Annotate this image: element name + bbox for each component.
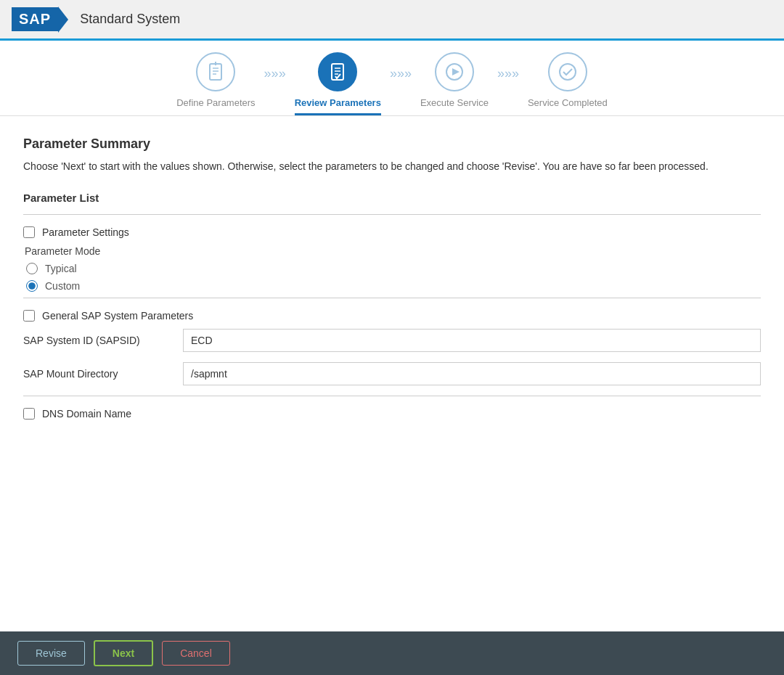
step-review-parameters[interactable]: Review Parameters <box>295 52 381 115</box>
radio-custom[interactable] <box>26 280 38 292</box>
revise-button[interactable]: Revise <box>17 641 85 666</box>
header: SAP Standard System <box>0 0 784 41</box>
step-service-completed[interactable]: Service Completed <box>528 52 608 115</box>
step-define-parameters-circle <box>196 52 235 91</box>
sap-logo-corner <box>58 7 68 33</box>
step-define-parameters-label: Define Parameters <box>176 97 255 115</box>
step-arrow-2: »»» <box>390 66 412 102</box>
field-sap-system-id-label: SAP System ID (SAPSID) <box>23 335 183 346</box>
checkbox-parameter-settings-row[interactable]: Parameter Settings <box>23 226 761 238</box>
step-execute-service[interactable]: Execute Service <box>420 52 489 115</box>
footer: Revise Next Cancel <box>0 631 784 675</box>
radio-typical-row[interactable]: Typical <box>26 263 761 274</box>
group-general-sap-params: General SAP System Parameters SAP System… <box>23 310 761 385</box>
divider-mid <box>23 298 761 298</box>
radio-typical[interactable] <box>26 263 38 274</box>
parameter-mode-label: Parameter Mode <box>25 245 761 257</box>
step-define-parameters[interactable]: Define Parameters <box>176 52 255 115</box>
radio-typical-label[interactable]: Typical <box>45 263 77 274</box>
app-title: Standard System <box>80 12 180 27</box>
step-execute-service-circle <box>435 52 474 91</box>
checkbox-dns[interactable] <box>23 408 35 420</box>
cancel-button[interactable]: Cancel <box>162 641 230 666</box>
divider-top <box>23 214 761 215</box>
field-sap-mount-dir-row: SAP Mount Directory <box>23 362 761 385</box>
param-list-title: Parameter List <box>23 192 761 204</box>
radio-custom-row[interactable]: Custom <box>26 280 761 292</box>
field-sap-system-id-row: SAP System ID (SAPSID) <box>23 329 761 352</box>
section-title: Parameter Summary <box>23 136 761 152</box>
wizard-steps: Define Parameters »»» Review Parameters … <box>0 41 784 116</box>
step-arrow-1: »»» <box>264 66 286 102</box>
step-arrow-3: »»» <box>497 66 519 102</box>
checkbox-parameter-settings-label[interactable]: Parameter Settings <box>42 226 129 238</box>
step-review-parameters-circle <box>318 52 357 91</box>
sap-logo: SAP <box>12 7 68 33</box>
checkbox-general-sap-label[interactable]: General SAP System Parameters <box>42 310 193 322</box>
divider-bot <box>23 396 761 396</box>
group-dns-domain-name: DNS Domain Name <box>23 408 761 420</box>
radio-custom-label[interactable]: Custom <box>45 280 80 292</box>
svg-marker-11 <box>452 68 460 75</box>
field-sap-mount-dir-input[interactable] <box>183 362 761 385</box>
field-sap-system-id-input[interactable] <box>183 329 761 352</box>
checkbox-parameter-settings[interactable] <box>23 226 35 238</box>
svg-rect-0 <box>210 64 221 80</box>
step-service-completed-circle <box>548 52 587 91</box>
checkbox-general-sap[interactable] <box>23 310 35 322</box>
section-desc: Choose 'Next' to start with the values s… <box>23 159 761 174</box>
step-service-completed-label: Service Completed <box>528 97 608 115</box>
group-parameter-settings: Parameter Settings Parameter Mode Typica… <box>23 226 761 292</box>
step-execute-service-label: Execute Service <box>420 97 489 115</box>
checkbox-general-sap-row[interactable]: General SAP System Parameters <box>23 310 761 322</box>
checkbox-dns-label[interactable]: DNS Domain Name <box>42 408 131 420</box>
checkbox-dns-row[interactable]: DNS Domain Name <box>23 408 761 420</box>
field-sap-mount-dir-label: SAP Mount Directory <box>23 368 183 380</box>
sap-logo-text: SAP <box>12 7 58 31</box>
main-content: Parameter Summary Choose 'Next' to start… <box>0 116 784 631</box>
svg-point-12 <box>560 64 576 80</box>
step-review-parameters-label: Review Parameters <box>295 97 381 115</box>
next-button[interactable]: Next <box>94 640 153 666</box>
